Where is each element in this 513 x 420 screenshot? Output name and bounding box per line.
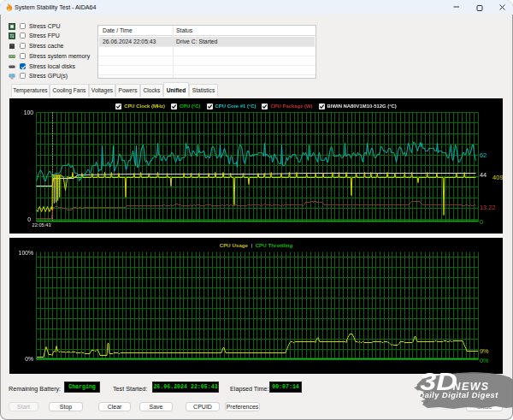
svg-text:Daily Digital Digest: Daily Digital Digest xyxy=(419,391,499,399)
